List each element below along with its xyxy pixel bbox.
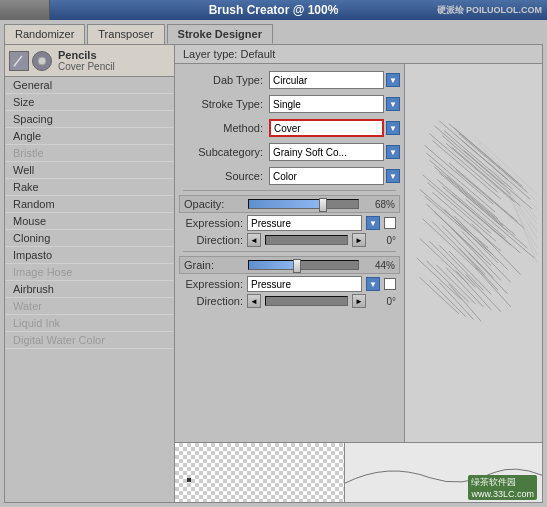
svg-line-59 (439, 282, 473, 319)
stroke-type-dropdown[interactable]: Single (269, 95, 384, 113)
grain-expr-checkbox[interactable] (384, 278, 396, 290)
category-spacing[interactable]: Spacing (5, 111, 174, 128)
category-mouse[interactable]: Mouse (5, 213, 174, 230)
category-rake[interactable]: Rake (5, 179, 174, 196)
dab-type-dropdown-arrow[interactable]: ▼ (386, 73, 400, 87)
svg-line-8 (432, 140, 501, 199)
svg-line-47 (449, 251, 491, 294)
bottom-area: 绿茶软件园www.33LC.com (175, 442, 542, 502)
content-area: Pencils Cover Pencil General Size Spacin… (4, 44, 543, 503)
method-arrow-icon: ▼ (389, 124, 397, 133)
grain-expr-arrow[interactable]: ▼ (366, 277, 380, 291)
tab-transposer[interactable]: Transposer (87, 24, 164, 44)
svg-line-55 (466, 275, 501, 312)
grain-slider-fill (249, 261, 297, 269)
dab-type-control: Circular ▼ (269, 71, 400, 89)
title-scroll (0, 0, 50, 20)
opacity-slider-track[interactable] (248, 199, 359, 209)
method-label: Method: (179, 122, 269, 134)
tab-stroke-designer[interactable]: Stroke Designer (167, 24, 273, 44)
source-arrow-icon: ▼ (389, 172, 397, 181)
grain-expr-row: Expression: Pressure ▼ (183, 276, 396, 292)
stroke-arrow-icon: ▼ (389, 100, 397, 109)
opacity-expr-dropdown[interactable]: Pressure (247, 215, 362, 231)
method-value: Cover (274, 123, 301, 134)
category-image-hose[interactable]: Image Hose (5, 264, 174, 281)
category-angle[interactable]: Angle (5, 128, 174, 145)
opacity-expr-checkbox[interactable] (384, 217, 396, 229)
dot-indicator (187, 478, 191, 482)
opacity-dir-value: 0° (370, 235, 396, 246)
grain-slider-row: Grain: 44% (179, 256, 400, 274)
category-airbrush[interactable]: Airbrush (5, 281, 174, 298)
svg-line-21 (449, 163, 518, 222)
opacity-dir-track[interactable] (265, 235, 348, 245)
category-digital-water-color[interactable]: Digital Water Color (5, 332, 174, 349)
category-size[interactable]: Size (5, 94, 174, 111)
category-general[interactable]: General (5, 77, 174, 94)
brush-preview-svg (405, 64, 542, 442)
grain-dir-right-btn[interactable]: ► (352, 294, 366, 308)
opacity-slider-fill (249, 200, 323, 208)
bottom-left (175, 443, 345, 502)
subcategory-dropdown-arrow[interactable]: ▼ (386, 145, 400, 159)
settings-panel: Dab Type: Circular ▼ Stroke Type: (175, 64, 405, 442)
opacity-dir-left-btn[interactable]: ◄ (247, 233, 261, 247)
stroke-type-control: Single ▼ (269, 95, 400, 113)
category-liquid-ink[interactable]: Liquid Ink (5, 315, 174, 332)
svg-point-2 (38, 57, 46, 65)
bottom-right: 绿茶软件园www.33LC.com (345, 443, 542, 502)
svg-line-35 (434, 212, 491, 266)
opacity-dir-row: Direction: ◄ ► 0° (183, 233, 396, 247)
dab-type-label: Dab Type: (179, 74, 269, 86)
grain-expr-arrow-icon: ▼ (369, 280, 377, 289)
grain-expr-dropdown[interactable]: Pressure (247, 276, 362, 292)
source-label: Source: (179, 170, 269, 182)
stroke-type-value: Single (273, 99, 301, 110)
brush-icons (9, 51, 52, 71)
category-bristle[interactable]: Bristle (5, 145, 174, 162)
category-well[interactable]: Well (5, 162, 174, 179)
brush-name-main: Pencils (58, 49, 115, 61)
grain-slider-thumb[interactable] (293, 259, 301, 273)
main-container: Randomizer Transposer Stroke Designer (0, 20, 547, 507)
brush-pencil-icon (9, 51, 29, 71)
window-title: Brush Creator @ 100% (209, 3, 339, 17)
svg-line-13 (427, 153, 496, 212)
method-dropdown[interactable]: Cover (269, 119, 384, 137)
preview-panel (405, 64, 542, 442)
right-panel: Layer type: Default Dab Type: Circular (175, 45, 542, 502)
method-control: Cover ▼ (269, 119, 400, 137)
source-control: Color ▼ (269, 167, 400, 185)
stroke-type-dropdown-arrow[interactable]: ▼ (386, 97, 400, 111)
opacity-expr-arrow[interactable]: ▼ (366, 216, 380, 230)
opacity-expr-label: Expression: (183, 217, 243, 229)
svg-line-65 (493, 170, 537, 224)
dab-type-dropdown[interactable]: Circular (269, 71, 384, 89)
tab-randomizer[interactable]: Randomizer (4, 24, 85, 44)
grain-dir-track[interactable] (265, 296, 348, 306)
logo-text: 绿茶软件园www.33LC.com (471, 477, 534, 499)
subcategory-dropdown[interactable]: Grainy Soft Co... (269, 143, 384, 161)
svg-line-9 (442, 136, 511, 195)
method-dropdown-arrow[interactable]: ▼ (386, 121, 400, 135)
category-random[interactable]: Random (5, 196, 174, 213)
grain-dir-left-btn[interactable]: ◄ (247, 294, 261, 308)
tab-bar: Randomizer Transposer Stroke Designer (0, 20, 547, 44)
separator-1 (183, 190, 396, 191)
opacity-expr-value: Pressure (251, 218, 291, 229)
grain-slider-track[interactable] (248, 260, 359, 270)
opacity-value: 68% (363, 199, 395, 210)
category-cloning[interactable]: Cloning (5, 230, 174, 247)
svg-line-0 (14, 56, 22, 66)
svg-line-64 (488, 160, 537, 219)
grain-expr-label: Expression: (183, 278, 243, 290)
subcategory-row: Subcategory: Grainy Soft Co... ▼ (179, 142, 400, 162)
opacity-slider-thumb[interactable] (319, 198, 327, 212)
source-dropdown-arrow[interactable]: ▼ (386, 169, 400, 183)
layer-type-bar: Layer type: Default (175, 45, 542, 64)
category-impasto[interactable]: Impasto (5, 247, 174, 264)
opacity-dir-right-btn[interactable]: ► (352, 233, 366, 247)
category-water[interactable]: Water (5, 298, 174, 315)
source-dropdown[interactable]: Color (269, 167, 384, 185)
